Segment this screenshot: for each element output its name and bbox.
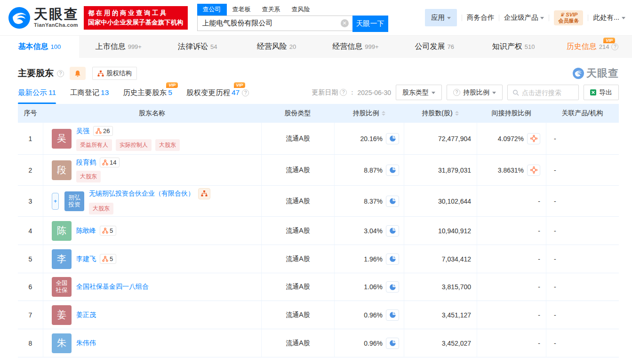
main-tab-3[interactable]: 经营风险20 (237, 36, 316, 58)
subtab-0[interactable]: 最新公示11 (18, 88, 56, 104)
cell-shares: 3,815,700 (404, 273, 477, 301)
subtab-count: 11 (48, 88, 56, 96)
shareholder-tag[interactable]: 大股东 (89, 203, 113, 214)
crown-icon: ♛ (560, 12, 564, 17)
equity-structure-mini-button[interactable] (198, 188, 210, 199)
nav-apps[interactable]: 应用 (425, 9, 457, 26)
search-tab-1[interactable]: 查老板 (227, 4, 256, 16)
cell-share-type: 流通A股 (261, 329, 334, 357)
table-row-3: 3+朔弘投资无锡朔弘投资合伙企业（有限合伙）大股东流通A股8.37%30,102… (18, 186, 619, 217)
shareholder-tag[interactable]: 实际控制人 (116, 139, 152, 151)
avatar: 陈 (52, 221, 72, 241)
shareholder-tag[interactable]: 大股东 (155, 139, 180, 151)
divider (462, 15, 462, 21)
subtab-1[interactable]: 工商登记13 (70, 88, 109, 104)
bell-button[interactable] (70, 67, 86, 80)
column-header-1: 股东名称 (43, 109, 261, 118)
relations-count-badge[interactable]: 5 (100, 226, 116, 236)
nav-apps-label: 应用 (431, 13, 445, 22)
ratio-pie-button[interactable] (386, 165, 399, 176)
relations-count-badge[interactable]: 14 (100, 158, 120, 167)
structure-diamond-icon (530, 166, 537, 174)
top-header: 天眼查 TianYanCha.com 都在用的商业查询工具 国家中小企业发展子基… (0, 0, 632, 35)
ratio-pie-button[interactable] (386, 133, 399, 144)
main-tab-7[interactable]: 历史信息214VIP? (553, 36, 632, 58)
sort-icon[interactable] (455, 111, 459, 116)
column-header-4[interactable]: 持股数(股) (404, 109, 477, 118)
clear-search-icon[interactable]: ✕ (341, 19, 349, 27)
main-tab-0[interactable]: 基本信息100 (0, 36, 79, 58)
svip-membership-badge[interactable]: ♛ SVIP 会员服务 (554, 10, 583, 25)
ratio-pie-button[interactable] (386, 253, 399, 265)
shareholder-type-filter[interactable]: 股东类型 (396, 85, 442, 100)
ratio-pie-button[interactable] (386, 309, 399, 321)
tab-count: 54 (210, 43, 217, 50)
tianyancha-logo[interactable]: 天眼查 TianYanCha.com (8, 7, 79, 29)
shareholder-name-link[interactable]: 朱伟伟 (76, 339, 96, 348)
ratio-pie-button[interactable] (386, 225, 399, 237)
shareholder-name-link[interactable]: 无锡朔弘投资合伙企业（有限合伙） (89, 190, 194, 198)
ratio-pie-button[interactable] (386, 338, 399, 349)
search-tab-0[interactable]: 查公司 (197, 4, 227, 16)
shareholder-name-link[interactable]: 李建飞 (76, 255, 96, 263)
search-tabs: 查公司查老板查关系查风险 (197, 4, 388, 16)
tianyancha-watermark-icon (573, 68, 584, 79)
shareholder-name-link[interactable]: 姜正茂 (76, 311, 96, 319)
table-search-input[interactable] (522, 89, 574, 96)
cell-related: - (546, 217, 619, 245)
table-search-box[interactable] (507, 85, 579, 100)
shareholder-name-link[interactable]: 吴强 (76, 127, 89, 135)
sort-icon[interactable] (382, 111, 385, 116)
shareholder-tag[interactable]: 大股东 (76, 171, 101, 182)
main-tab-5[interactable]: 公司发展76 (395, 36, 474, 58)
help-icon[interactable]: ? (340, 89, 347, 96)
nav-business-cooperation[interactable]: 商务合作 (467, 13, 494, 22)
tab-label: 历史信息 (567, 42, 597, 52)
help-icon[interactable]: ? (57, 70, 64, 77)
chevron-down-icon (492, 92, 496, 94)
shareholder-type-label: 股东类型 (402, 88, 429, 97)
search-tab-3[interactable]: 查风险 (286, 4, 316, 16)
equity-structure-button[interactable]: 股权结构 (92, 67, 137, 80)
subtab-row: 最新公示11工商登记13历史主要股东5VIP股权变更历程47VIP? 更新日期 … (0, 81, 632, 104)
ratio-filter[interactable]: ? 持股比例 (447, 85, 503, 100)
shareholder-name-link[interactable]: 段育鹤 (76, 158, 96, 167)
shareholder-name-link[interactable]: 陈敢峰 (76, 227, 96, 235)
column-header-3[interactable]: 持股比例 (334, 109, 404, 118)
org-chart-icon (97, 71, 104, 77)
nav-more[interactable]: 此处有... (593, 13, 625, 22)
ratio-pie-button[interactable] (386, 196, 399, 207)
cell-related: - (546, 245, 619, 273)
shareholder-name-link[interactable]: 全国社保基金四一八组合 (76, 283, 149, 291)
cell-related: - (546, 155, 619, 185)
search-input[interactable] (197, 16, 352, 31)
ratio-pie-button[interactable] (386, 281, 399, 293)
help-icon[interactable]: ? (242, 89, 249, 96)
search-button[interactable]: 天眼一下 (352, 16, 388, 32)
relations-count-badge[interactable]: 5 (100, 254, 116, 264)
shareholder-tag[interactable]: 受益所有人 (76, 139, 112, 151)
indirect-structure-button[interactable] (527, 165, 540, 176)
indirect-value: 4.0972% (498, 135, 524, 142)
main-tab-1[interactable]: 上市信息999+ (79, 36, 158, 58)
main-tab-6[interactable]: 知识产权510 (474, 36, 553, 58)
search-tab-2[interactable]: 查关系 (256, 4, 286, 16)
pie-chart-icon (389, 255, 396, 262)
main-tab-4[interactable]: 经营信息999+ (316, 36, 395, 58)
nav-enterprise-products[interactable]: 企业级产品 (504, 13, 544, 22)
export-button[interactable]: 导出 (584, 85, 619, 100)
tab-label: 知识产权 (492, 42, 522, 52)
subtab-3[interactable]: 股权变更历程47VIP? (186, 88, 249, 104)
top-nav: 应用 商务合作 企业级产品 ♛ SVIP 会员服务 此处有... (425, 9, 625, 26)
tab-label: 基本信息 (18, 42, 48, 52)
tag-row: 大股东 (89, 203, 210, 214)
search-icon (512, 89, 519, 96)
main-tab-2[interactable]: 法律诉讼54 (158, 36, 237, 58)
expand-button[interactable]: + (52, 193, 59, 210)
subtab-2[interactable]: 历史主要股东5VIP (123, 88, 172, 104)
cell-index: 7 (18, 301, 43, 329)
help-icon[interactable]: ? (611, 43, 618, 50)
relations-count-badge[interactable]: 26 (93, 126, 113, 136)
help-icon: ? (453, 89, 460, 96)
indirect-structure-button[interactable] (527, 133, 540, 144)
